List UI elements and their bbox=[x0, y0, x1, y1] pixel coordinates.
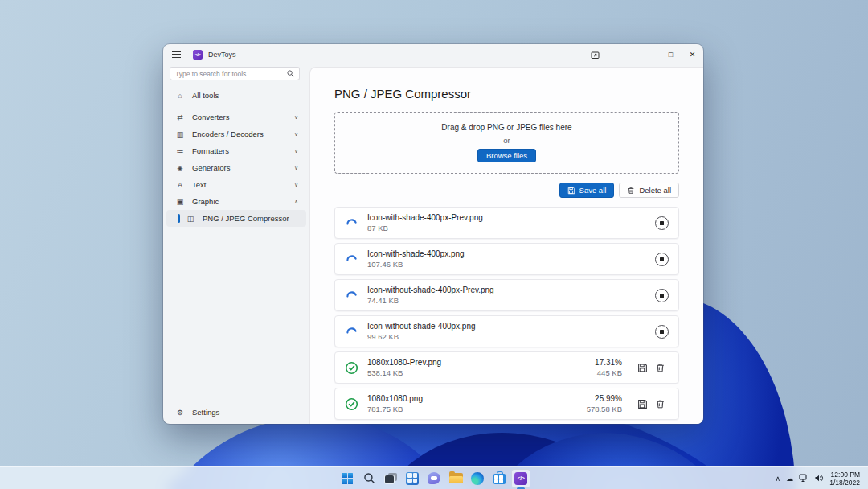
widgets-icon bbox=[406, 472, 419, 485]
onedrive-cloud-icon[interactable]: ☁ bbox=[786, 475, 793, 483]
delete-file-button[interactable] bbox=[651, 395, 669, 413]
sidebar: ⌂ All tools ⇄ Converters ∨ ▥ Encoders / … bbox=[163, 65, 309, 424]
save-icon bbox=[637, 363, 648, 373]
hamburger-menu-icon[interactable] bbox=[170, 47, 188, 62]
clock-time: 12:00 PM bbox=[829, 471, 860, 479]
sidebar-item-label: PNG / JPEG Compressor bbox=[203, 214, 289, 223]
compact-overlay-button[interactable] bbox=[584, 44, 606, 65]
progress-spinner-icon bbox=[345, 325, 358, 339]
sidebar-item-label: Converters bbox=[192, 113, 229, 121]
taskbar-clock[interactable]: 12:00 PM 1/18/2022 bbox=[829, 471, 860, 487]
file-name: Icon-with-shade-400px.png bbox=[367, 249, 655, 258]
volume-icon[interactable] bbox=[814, 474, 824, 483]
formatters-icon: ≔ bbox=[175, 147, 185, 155]
file-row: 1080x1080-Prev.png538.14 KB 17.31%445 KB bbox=[334, 351, 679, 384]
devtoys-window: </> DevToys – □ ✕ ⌂ bbox=[163, 44, 703, 424]
start-button[interactable] bbox=[338, 469, 357, 488]
file-row: Icon-without-shade-400px-Prev.png74.41 K… bbox=[334, 279, 679, 311]
sidebar-item-generators[interactable]: ◈ Generators ∨ bbox=[166, 159, 306, 176]
sidebar-item-settings[interactable]: ⚙ Settings bbox=[166, 404, 306, 421]
devtoys-taskbar-button[interactable]: </> bbox=[511, 469, 530, 488]
gear-icon: ⚙ bbox=[175, 409, 185, 417]
progress-spinner-icon bbox=[345, 216, 358, 230]
delete-file-button[interactable] bbox=[651, 359, 669, 376]
chevron-down-icon: ∨ bbox=[294, 165, 298, 171]
tool-search-box[interactable] bbox=[170, 67, 300, 80]
compression-percent: 17.31% bbox=[595, 358, 622, 367]
save-file-button[interactable] bbox=[633, 359, 651, 376]
hidden-icons-chevron[interactable]: ∧ bbox=[776, 475, 781, 483]
clock-date: 1/18/2022 bbox=[829, 479, 860, 487]
sidebar-item-label: Text bbox=[192, 180, 206, 189]
selected-indicator bbox=[178, 214, 180, 223]
desktop: </> DevToys – □ ✕ ⌂ bbox=[0, 0, 868, 489]
cancel-compression-button[interactable] bbox=[655, 325, 669, 339]
network-icon[interactable] bbox=[799, 474, 809, 483]
delete-all-button[interactable]: Delete all bbox=[619, 183, 679, 198]
file-name: Icon-without-shade-400px-Prev.png bbox=[367, 286, 655, 294]
content-panel: PNG / JPEG Compressor Drag & drop PNG or… bbox=[309, 67, 703, 424]
maximize-button[interactable]: □ bbox=[660, 44, 682, 65]
success-check-icon bbox=[345, 361, 358, 375]
progress-spinner-icon bbox=[345, 253, 358, 266]
encoders-icon: ▥ bbox=[175, 130, 185, 138]
task-view-button[interactable] bbox=[381, 469, 400, 488]
page-title: PNG / JPEG Compressor bbox=[334, 87, 679, 101]
sidebar-nav: ⌂ All tools ⇄ Converters ∨ ▥ Encoders / … bbox=[163, 87, 309, 404]
browse-files-button[interactable]: Browse files bbox=[477, 149, 536, 162]
titlebar: </> DevToys – □ ✕ bbox=[163, 44, 703, 65]
search-input[interactable] bbox=[175, 70, 287, 78]
windows-logo-icon bbox=[342, 473, 353, 484]
image-compressor-icon: ◫ bbox=[186, 215, 195, 223]
save-icon bbox=[637, 399, 648, 409]
save-file-button[interactable] bbox=[633, 395, 651, 413]
sidebar-item-png-jpeg-compressor[interactable]: ◫ PNG / JPEG Compressor bbox=[166, 210, 306, 227]
sidebar-item-formatters[interactable]: ≔ Formatters ∨ bbox=[166, 142, 306, 159]
save-icon bbox=[567, 187, 575, 195]
cancel-compression-button[interactable] bbox=[655, 216, 669, 230]
save-all-button[interactable]: Save all bbox=[559, 183, 615, 198]
devtoys-logo-icon: </> bbox=[193, 50, 203, 60]
sidebar-item-label: Encoders / Decoders bbox=[192, 129, 264, 138]
devtoys-icon: </> bbox=[514, 472, 527, 485]
cancel-compression-button[interactable] bbox=[655, 289, 669, 302]
graphic-icon: ▣ bbox=[175, 198, 185, 206]
sidebar-item-graphic[interactable]: ▣ Graphic ∧ bbox=[166, 193, 306, 210]
task-view-icon bbox=[385, 473, 397, 483]
chevron-down-icon: ∨ bbox=[294, 148, 298, 154]
compressed-size: 578.58 KB bbox=[587, 405, 622, 413]
close-button[interactable]: ✕ bbox=[682, 44, 703, 65]
file-row: Icon-with-shade-400px-Prev.png87 KB bbox=[334, 207, 679, 239]
trash-icon bbox=[655, 399, 665, 409]
edge-button[interactable] bbox=[468, 469, 487, 488]
taskbar-search-button[interactable] bbox=[359, 469, 379, 488]
file-list: Icon-with-shade-400px-Prev.png87 KB Icon… bbox=[334, 207, 679, 420]
file-size: 107.46 KB bbox=[367, 260, 655, 269]
store-button[interactable] bbox=[489, 469, 509, 488]
file-size: 87 KB bbox=[367, 224, 655, 232]
sidebar-item-label: Formatters bbox=[192, 146, 229, 155]
cancel-compression-button[interactable] bbox=[655, 253, 669, 266]
file-dropzone[interactable]: Drag & drop PNG or JPEG files here or Br… bbox=[334, 112, 679, 174]
file-row: Icon-with-shade-400px.png107.46 KB bbox=[334, 243, 679, 275]
widgets-button[interactable] bbox=[403, 469, 422, 488]
success-check-icon bbox=[345, 397, 358, 411]
sidebar-item-label: All tools bbox=[192, 91, 219, 100]
sidebar-item-text[interactable]: A Text ∨ bbox=[166, 176, 306, 193]
trash-icon bbox=[627, 187, 635, 195]
file-explorer-button[interactable] bbox=[446, 469, 465, 488]
trash-icon bbox=[655, 363, 665, 373]
chevron-down-icon: ∨ bbox=[294, 182, 298, 188]
file-name: Icon-without-shade-400px.png bbox=[367, 322, 655, 331]
sidebar-item-encoders-decoders[interactable]: ▥ Encoders / Decoders ∨ bbox=[166, 125, 306, 142]
search-icon bbox=[287, 70, 294, 77]
sidebar-item-all-tools[interactable]: ⌂ All tools bbox=[166, 87, 306, 104]
home-icon: ⌂ bbox=[175, 92, 185, 100]
file-size: 538.14 KB bbox=[367, 368, 595, 377]
minimize-button[interactable]: – bbox=[638, 44, 660, 65]
system-tray: ∧ ☁ 12:00 PM 1/18/2022 bbox=[776, 471, 868, 487]
text-tool-icon: A bbox=[175, 181, 185, 189]
sidebar-item-converters[interactable]: ⇄ Converters ∨ bbox=[166, 109, 306, 125]
chat-button[interactable] bbox=[424, 469, 444, 488]
generators-icon: ◈ bbox=[175, 164, 185, 172]
